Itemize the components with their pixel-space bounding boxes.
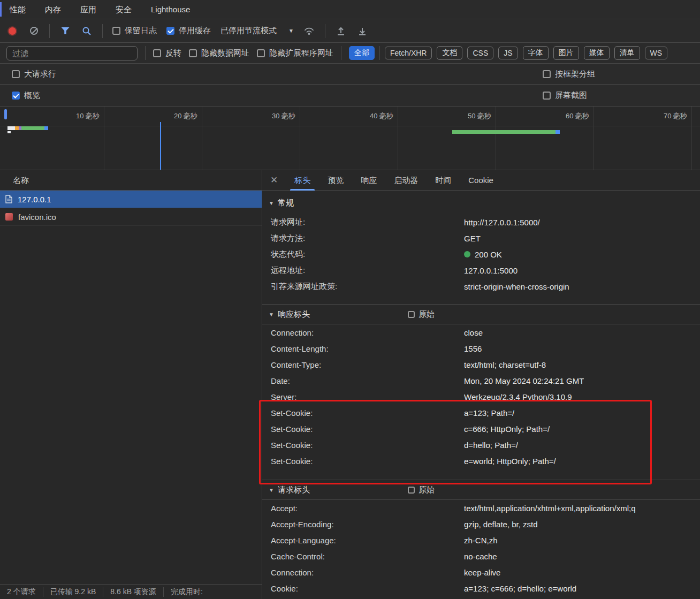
active-panel-accent — [0, 2, 2, 17]
download-icon — [357, 26, 367, 36]
clear-icon — [30, 27, 38, 35]
header-value: close — [464, 328, 483, 337]
header-value: 200 OK — [464, 250, 502, 259]
name-column-header[interactable]: 名称 — [0, 170, 262, 191]
clear-button[interactable] — [28, 25, 40, 37]
tab-initiator[interactable]: 启动器 — [385, 170, 427, 191]
big-request-rows-label: 大请求行 — [24, 69, 56, 79]
header-name: Set-Cookie: — [262, 457, 464, 466]
header-name: Cookie: — [262, 584, 464, 593]
disable-cache-checkbox[interactable]: 停用缓存 — [166, 26, 211, 36]
header-name: 请求方法: — [262, 233, 464, 244]
filter-chip-manifest[interactable]: 清单 — [614, 46, 640, 60]
tab-timing[interactable]: 时间 — [427, 170, 460, 191]
header-row-set-cookie: Set-Cookie: c=666; HttpOnly; Path=/ — [262, 421, 700, 437]
filter-chip-font[interactable]: 字体 — [523, 46, 549, 60]
devtools-tab-strip: 性能 内存 应用 安全 Lighthouse — [0, 0, 700, 19]
header-row: 状态代码: 200 OK — [262, 246, 700, 262]
header-value: Mon, 20 May 2024 02:24:21 GMT — [464, 376, 584, 385]
export-har-button[interactable] — [356, 25, 368, 37]
tab-cookies[interactable]: Cookie — [460, 170, 502, 191]
filter-chip-media[interactable]: 媒体 — [584, 46, 610, 60]
general-section-header[interactable]: ▼ 常规 — [262, 196, 700, 210]
request-headers-section-header[interactable]: ▼ 请求标头 原始 — [262, 480, 700, 500]
network-summary-bar: 2 个请求 已传输 9.2 kB 8.6 kB 项资源 完成用时: — [0, 584, 262, 599]
filter-chip-img[interactable]: 图片 — [553, 46, 579, 60]
close-details-button[interactable]: ✕ — [262, 175, 286, 186]
header-row-set-cookie: Set-Cookie: d=hello; Path=/ — [262, 437, 700, 453]
search-button[interactable] — [81, 25, 93, 37]
checkbox-icon — [408, 311, 415, 318]
header-name: Set-Cookie: — [262, 408, 464, 418]
invert-filter-label: 反转 — [165, 48, 181, 58]
header-value: e=world; HttpOnly; Path=/ — [464, 457, 556, 466]
image-icon — [5, 213, 13, 221]
request-row-127001[interactable]: 127.0.0.1 — [0, 191, 262, 208]
filter-divider — [341, 46, 341, 60]
options-row-1: 大请求行 按框架分组 — [0, 64, 700, 85]
filter-chip-all[interactable]: 全部 — [349, 46, 375, 60]
header-name: Set-Cookie: — [262, 441, 464, 450]
ruler-tick: 30 毫秒 — [201, 111, 295, 121]
header-name: Server: — [262, 392, 464, 401]
response-raw-checkbox[interactable]: 原始 — [408, 309, 435, 320]
tab-response[interactable]: 响应 — [352, 170, 385, 191]
domcontentloaded-marker — [160, 122, 161, 170]
ruler-tick: 70 毫秒 — [592, 111, 687, 121]
upload-icon — [336, 26, 346, 36]
request-name: 127.0.0.1 — [18, 195, 51, 204]
header-name: Cache-Control: — [262, 552, 464, 561]
record-button[interactable] — [6, 25, 18, 37]
gridline — [691, 107, 692, 170]
triangle-down-icon: ▼ — [269, 200, 274, 206]
hide-extension-urls-checkbox[interactable]: 隐藏扩展程序网址 — [257, 48, 333, 58]
network-conditions-button[interactable] — [303, 25, 315, 37]
checkbox-icon — [543, 70, 551, 78]
resources-size: 8.6 kB 项资源 — [103, 587, 163, 597]
header-value: text/html; charset=utf-8 — [464, 360, 546, 369]
ruler-tick: 60 毫秒 — [494, 111, 589, 121]
filter-input[interactable] — [6, 46, 138, 60]
header-value: a=123; c=666; d=hello; e=world — [464, 584, 576, 593]
header-name: Accept: — [262, 504, 464, 513]
response-headers-section-header[interactable]: ▼ 响应标头 原始 — [262, 304, 700, 324]
tab-lighthouse[interactable]: Lighthouse — [141, 0, 200, 19]
tab-preview[interactable]: 预览 — [319, 170, 352, 191]
filter-chip-fetch-xhr[interactable]: Fetch/XHR — [385, 47, 432, 59]
funnel-icon — [62, 27, 70, 34]
header-value: a=123; Path=/ — [464, 408, 514, 418]
filter-chip-doc[interactable]: 文档 — [437, 46, 462, 60]
screenshots-checkbox[interactable]: 屏幕截图 — [543, 90, 587, 101]
header-row: Content-Length: 1556 — [262, 340, 700, 357]
filter-toggle-button[interactable] — [59, 25, 71, 37]
invert-filter-checkbox[interactable]: 反转 — [153, 48, 181, 58]
ruler-tick: 20 毫秒 — [103, 111, 197, 121]
request-row-favicon[interactable]: favicon.ico — [0, 208, 262, 226]
request-raw-checkbox[interactable]: 原始 — [408, 485, 435, 495]
tab-application[interactable]: 应用 — [71, 0, 106, 19]
hide-data-urls-checkbox[interactable]: 隐藏数据网址 — [189, 48, 249, 58]
raw-label: 原始 — [419, 309, 435, 320]
document-icon — [5, 195, 12, 203]
big-request-rows-checkbox[interactable]: 大请求行 — [12, 69, 56, 79]
group-by-frame-checkbox[interactable]: 按框架分组 — [543, 69, 595, 79]
overview-checkbox[interactable]: 概览 — [12, 90, 40, 101]
finish-time-label: 完成用时: — [163, 587, 210, 597]
filter-chip-css[interactable]: CSS — [467, 47, 493, 59]
filter-chip-ws[interactable]: WS — [645, 47, 668, 59]
tab-security[interactable]: 安全 — [106, 0, 141, 19]
tab-performance[interactable]: 性能 — [0, 0, 35, 19]
preserve-log-checkbox[interactable]: 保留日志 — [112, 26, 157, 36]
tab-memory[interactable]: 内存 — [35, 0, 71, 19]
tab-headers[interactable]: 标头 — [286, 170, 319, 191]
header-value: Werkzeug/2.3.4 Python/3.10.9 — [464, 392, 572, 401]
filter-chip-js[interactable]: JS — [498, 47, 518, 59]
overview-timeline[interactable]: 10 毫秒 20 毫秒 30 毫秒 40 毫秒 50 毫秒 60 毫秒 70 毫… — [0, 107, 700, 170]
header-row: Accept-Encoding: gzip, deflate, br, zstd — [262, 516, 700, 532]
import-har-button[interactable] — [335, 25, 347, 37]
header-row: Accept: text/html,application/xhtml+xml,… — [262, 500, 700, 516]
header-name: Connection: — [262, 568, 464, 577]
header-name: Content-Type: — [262, 360, 464, 369]
header-name: 远程地址: — [262, 266, 464, 276]
throttling-select[interactable]: 已停用节流模式 ▼ — [220, 26, 294, 36]
